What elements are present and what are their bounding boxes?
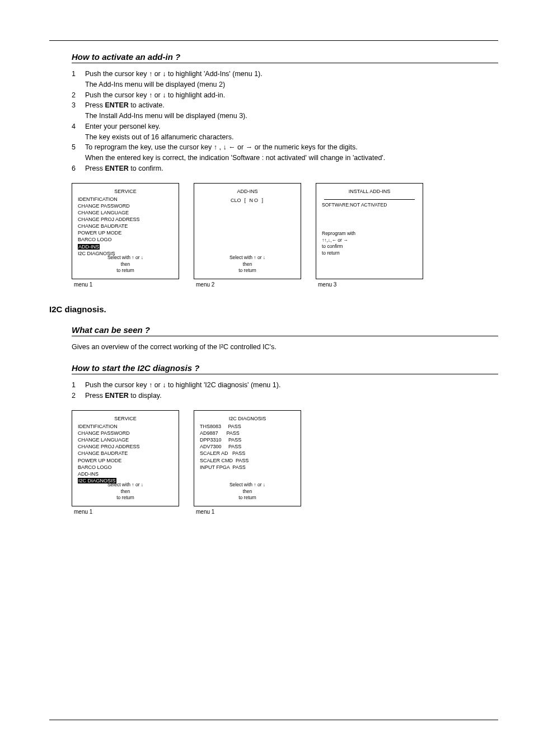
menu-a3-col: INSTALL ADD-INS SOFTWARE:NOT ACTIVATED R… [316, 183, 423, 288]
menu-a2-option: CLO [ NO ] [200, 197, 295, 204]
menu-item: POWER UP MODE [78, 457, 173, 464]
step-number: 5 [72, 142, 85, 163]
menu-item: BARCO LOGO [78, 236, 173, 243]
menu-b1-title: SERVICE [78, 415, 173, 422]
menu-item: CHANGE LANGUAGE [78, 436, 173, 443]
menu-b2-hint: Select with ↑ or ↓then to return [194, 482, 301, 501]
menu-a2-box: ADD-INS CLO [ NO ] Select with ↑ or ↓the… [194, 183, 301, 279]
step-text: Push the cursor key ↑ or ↓ to highlight … [85, 380, 280, 391]
menu-item: IDENTIFICATION [78, 196, 173, 203]
step-number: 4 [72, 121, 85, 143]
menu-b1-col: SERVICE IDENTIFICATIONCHANGE PASSWORDCHA… [72, 410, 179, 515]
step-number: 2 [72, 90, 85, 101]
menu-a3-input-line [324, 199, 415, 200]
menu-item: BARCO LOGO [78, 464, 173, 471]
i2c-line: SCALER AD PASS [200, 450, 295, 457]
menu-item: CHANGE PROJ ADDRESS [78, 443, 173, 450]
step-text: Push the cursor key ↑ or ↓ to highlight … [85, 90, 225, 101]
menu-item: POWER UP MODE [78, 229, 173, 236]
step-number: 1 [72, 69, 85, 90]
menu-a3-reprogram: Reprogram with↑↑,↓,← or → to confirm to … [322, 231, 417, 256]
i2c-line: ADV7300 PASS [200, 443, 295, 450]
heading-i2c: I2C diagnosis. [49, 304, 498, 314]
menu-a2-hint: Select with ↑ or ↓then to return [194, 255, 301, 274]
footer-rule [49, 720, 498, 720]
menu-b2-caption: menu 1 [196, 509, 301, 515]
steps-activate: 1Push the cursor key ↑ or ↓ to highlight… [72, 69, 498, 174]
menu-item: CHANGE LANGUAGE [78, 209, 173, 216]
menu-b2-col: I2C DIAGNOSIS THS8083 PASSAD9887 PASSDPP… [194, 410, 301, 515]
heading-rule-3 [72, 374, 498, 374]
menu-b1-hint: Select with ↑ or ↓then to return [72, 482, 179, 501]
menu-a3-box: INSTALL ADD-INS SOFTWARE:NOT ACTIVATED R… [316, 183, 423, 279]
menu-a2-option-state: [ NO ] [245, 197, 265, 204]
menu-item-highlight: ADD-INS [78, 244, 100, 250]
menu-a1-col: SERVICE IDENTIFICATIONCHANGE PASSWORDCHA… [72, 183, 179, 288]
menu-a3-status: SOFTWARE:NOT ACTIVATED [322, 202, 417, 208]
page: How to activate an add-in ? 1Push the cu… [0, 0, 534, 756]
step-text: Press ENTER to display. [85, 391, 162, 401]
step-number: 3 [72, 100, 85, 121]
i2c-line: DPP3310 PASS [200, 436, 295, 443]
menu-item: CHANGE BAUDRATE [78, 450, 173, 457]
menu-b1-box: SERVICE IDENTIFICATIONCHANGE PASSWORDCHA… [72, 410, 179, 506]
menu-b2-title: I2C DIAGNOSIS [200, 415, 295, 422]
step-text: Press ENTER to activate.The Install Add-… [85, 100, 247, 121]
i2c-line: THS8083 PASS [200, 423, 295, 430]
menu-a1-hint: Select with ↑ or ↓then to return [72, 255, 179, 274]
step-number: 1 [72, 380, 85, 391]
menu-item: CHANGE BAUDRATE [78, 223, 173, 229]
heading-rule [72, 63, 498, 63]
heading-how-start-i2c: How to start the I2C diagnosis ? [72, 363, 498, 373]
top-rule [49, 40, 498, 41]
menu-a3-caption: menu 3 [318, 281, 423, 288]
menu-a1-title: SERVICE [78, 188, 173, 195]
menu-item: CHANGE PROJ ADDRESS [78, 216, 173, 223]
step-number: 2 [72, 391, 85, 401]
heading-rule-2 [72, 336, 498, 336]
menu-item: CHANGE PASSWORD [78, 430, 173, 436]
menu-a2-option-label: CLO [231, 197, 241, 204]
menu-item: CHANGE PASSWORD [78, 203, 173, 209]
menu-b2-lines: THS8083 PASSAD9887 PASSDPP3310 PASSADV73… [200, 423, 295, 471]
step-number: 6 [72, 163, 85, 174]
i2c-body: Gives an overview of the correct working… [72, 342, 498, 353]
menu-a3-title: INSTALL ADD-INS [322, 188, 417, 195]
step-text: To reprogram the key, use the cursor key… [85, 142, 385, 163]
i2c-line: INPUT FPGA PASS [200, 464, 295, 471]
menu-a1-caption: menu 1 [74, 281, 179, 288]
step-text: Enter your personel key.The key exists o… [85, 121, 233, 143]
menu-b2-box: I2C DIAGNOSIS THS8083 PASSAD9887 PASSDPP… [194, 410, 301, 506]
menu-a2-title: ADD-INS [200, 188, 295, 195]
menu-a2-caption: menu 2 [196, 281, 301, 288]
menu-b1-caption: menu 1 [74, 509, 179, 515]
menu-a1-box: SERVICE IDENTIFICATIONCHANGE PASSWORDCHA… [72, 183, 179, 279]
i2c-line: SCALER CMD PASS [200, 457, 295, 464]
i2c-line: AD9887 PASS [200, 430, 295, 436]
step-text: Push the cursor key ↑ or ↓ to highlight … [85, 69, 263, 90]
menu-a2-col: ADD-INS CLO [ NO ] Select with ↑ or ↓the… [194, 183, 301, 288]
menu-item: ADD-INS [78, 243, 173, 250]
menu-row-b: SERVICE IDENTIFICATIONCHANGE PASSWORDCHA… [72, 410, 498, 515]
menu-row-a: SERVICE IDENTIFICATIONCHANGE PASSWORDCHA… [72, 183, 498, 288]
menu-b1-items: IDENTIFICATIONCHANGE PASSWORDCHANGE LANG… [78, 423, 173, 484]
menu-a1-items: IDENTIFICATIONCHANGE PASSWORDCHANGE LANG… [78, 196, 173, 257]
steps-i2c: 1Push the cursor key ↑ or ↓ to highlight… [72, 380, 498, 401]
step-text: Press ENTER to confirm. [85, 163, 163, 174]
menu-item: ADD-INS [78, 471, 173, 477]
menu-item: IDENTIFICATION [78, 423, 173, 430]
heading-what-can-be-seen: What can be seen ? [72, 325, 498, 335]
heading-activate-addin: How to activate an add-in ? [72, 52, 498, 62]
